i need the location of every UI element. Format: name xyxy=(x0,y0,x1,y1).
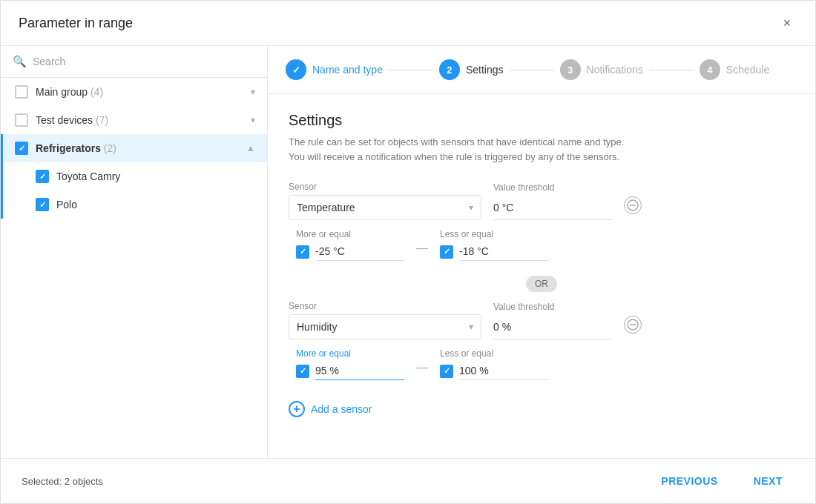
checkbox-polo[interactable] xyxy=(36,198,49,211)
step-label-2: Settings xyxy=(466,64,504,76)
chevron-main-group: ▾ xyxy=(251,87,255,97)
step-circle-4: 4 xyxy=(700,59,720,80)
sensor-select-2[interactable]: Humidity ▾ xyxy=(289,314,481,339)
search-icon: 🔍 xyxy=(13,55,27,68)
or-divider: OR xyxy=(289,276,794,292)
sidebar-item-main-group[interactable]: Main group (4) ▾ xyxy=(1,78,267,106)
modal-title: Parameter in range xyxy=(19,16,133,31)
range-dash-2: — xyxy=(416,361,428,374)
remove-sensor-2[interactable] xyxy=(624,316,642,334)
dropdown-arrow-2: ▾ xyxy=(469,322,473,332)
settings-desc: The rule can be set for objects with sen… xyxy=(289,135,794,164)
range-more-input-row-2 xyxy=(296,362,404,380)
range-less-label-2: Less or equal xyxy=(440,348,548,359)
step-label-1: Name and type xyxy=(312,64,383,76)
checkbox-toyota-camry[interactable] xyxy=(36,170,49,183)
range-less-input-2[interactable] xyxy=(459,362,548,380)
sensor-block-2: Sensor Humidity ▾ Value threshold xyxy=(289,301,794,380)
modal-container: Parameter in range × 🔍 Main group (4) ▾ xyxy=(0,0,816,504)
checkbox-main-group[interactable] xyxy=(15,85,28,99)
threshold-field-1: Value threshold xyxy=(493,182,612,220)
remove-sensor-1[interactable] xyxy=(624,196,642,214)
dropdown-arrow-1: ▾ xyxy=(469,202,473,213)
step-2: 2 Settings xyxy=(439,59,504,80)
stepper: ✓ Name and type 2 Settings 3 Notificatio… xyxy=(268,46,815,94)
sidebar-label-test-devices: Test devices (7) xyxy=(36,114,243,126)
range-more-1: More or equal xyxy=(296,229,404,261)
checkbox-refrigerators[interactable] xyxy=(15,142,28,155)
add-sensor-icon: + xyxy=(289,401,305,417)
sensor-select-1[interactable]: Temperature ▾ xyxy=(289,195,481,220)
threshold-label-1: Value threshold xyxy=(493,182,612,193)
range-more-checkbox-1[interactable] xyxy=(296,245,309,259)
range-more-label-1: More or equal xyxy=(296,229,404,239)
or-badge: OR xyxy=(526,276,557,292)
step-connector-3 xyxy=(649,70,694,70)
step-connector-2 xyxy=(510,70,554,70)
sensor-field-2: Sensor Humidity ▾ xyxy=(289,301,481,339)
threshold-input-1[interactable] xyxy=(493,196,612,220)
sidebar-item-test-devices[interactable]: Test devices (7) ▾ xyxy=(1,106,267,134)
range-row-2: More or equal — Less or equal xyxy=(289,348,794,380)
range-less-1: Less or equal xyxy=(440,229,548,261)
sidebar-item-refrigerators[interactable]: Refrigerators (2) ▲ xyxy=(1,134,267,162)
sensor-row-2: Sensor Humidity ▾ Value threshold xyxy=(289,301,794,339)
selected-info: Selected: 2 objects xyxy=(22,476,103,487)
search-bar: 🔍 xyxy=(1,46,267,78)
close-button[interactable]: × xyxy=(777,13,797,33)
sensor-label-1: Sensor xyxy=(289,182,481,192)
range-more-checkbox-2[interactable] xyxy=(296,365,309,378)
step-3: 3 Notifications xyxy=(560,59,643,80)
sensor-row-1: Sensor Temperature ▾ Value threshold xyxy=(289,182,794,220)
threshold-input-2[interactable] xyxy=(493,315,612,339)
step-4: 4 Schedule xyxy=(700,59,769,80)
step-circle-3: 3 xyxy=(560,59,581,80)
range-dash-1: — xyxy=(416,242,428,255)
chevron-refrigerators: ▲ xyxy=(246,143,255,153)
range-more-label-2: More or equal xyxy=(296,348,404,359)
settings-content: Settings The rule can be set for objects… xyxy=(268,94,815,458)
search-input[interactable] xyxy=(33,56,255,67)
sidebar: 🔍 Main group (4) ▾ Test devices (7) ▾ xyxy=(1,46,268,458)
checkbox-test-devices[interactable] xyxy=(15,113,28,127)
range-row-1: More or equal — Less or equal xyxy=(289,229,794,261)
content-area: ✓ Name and type 2 Settings 3 Notificatio… xyxy=(268,46,815,458)
sensor-field-1: Sensor Temperature ▾ xyxy=(289,182,481,220)
next-button[interactable]: NEXT xyxy=(742,469,794,493)
threshold-label-2: Value threshold xyxy=(493,302,612,312)
range-less-label-1: Less or equal xyxy=(440,229,548,239)
chevron-test-devices: ▾ xyxy=(251,115,255,125)
step-circle-2: 2 xyxy=(439,59,460,80)
range-less-checkbox-2[interactable] xyxy=(440,365,453,378)
sensor-select-value-1: Temperature xyxy=(297,202,469,213)
sidebar-item-polo[interactable]: Polo xyxy=(1,190,267,219)
add-sensor-label: Add a sensor xyxy=(311,403,372,415)
range-less-2: Less or equal xyxy=(440,348,548,380)
sensor-block-1: Sensor Temperature ▾ Value threshold xyxy=(289,182,794,261)
step-label-3: Notifications xyxy=(587,64,643,76)
step-label-4: Schedule xyxy=(726,64,769,76)
modal-body: 🔍 Main group (4) ▾ Test devices (7) ▾ xyxy=(1,46,815,458)
add-sensor-button[interactable]: + Add a sensor xyxy=(289,395,794,423)
footer-actions: PREVIOUS NEXT xyxy=(649,469,794,493)
range-less-checkbox-1[interactable] xyxy=(440,245,453,259)
range-less-input-1[interactable] xyxy=(459,242,548,261)
range-more-2: More or equal xyxy=(296,348,404,380)
step-connector-1 xyxy=(389,70,433,70)
tree-list: Main group (4) ▾ Test devices (7) ▾ Refr… xyxy=(1,78,267,458)
sidebar-item-toyota-camry[interactable]: Toyota Camry xyxy=(1,162,267,190)
previous-button[interactable]: PREVIOUS xyxy=(649,469,729,493)
threshold-field-2: Value threshold xyxy=(493,302,612,339)
sidebar-label-refrigerators: Refrigerators (2) xyxy=(36,142,239,154)
range-less-input-row-2 xyxy=(440,362,548,380)
range-more-input-row-1 xyxy=(296,242,404,261)
sidebar-label-main-group: Main group (4) xyxy=(36,86,243,98)
range-less-input-row-1 xyxy=(440,242,548,261)
sensor-select-value-2: Humidity xyxy=(297,321,469,333)
sidebar-label-polo: Polo xyxy=(56,199,255,210)
step-circle-1: ✓ xyxy=(286,59,306,80)
step-1: ✓ Name and type xyxy=(286,59,383,80)
range-more-input-2[interactable] xyxy=(315,362,404,380)
modal-footer: Selected: 2 objects PREVIOUS NEXT xyxy=(1,458,815,503)
range-more-input-1[interactable] xyxy=(315,242,404,261)
